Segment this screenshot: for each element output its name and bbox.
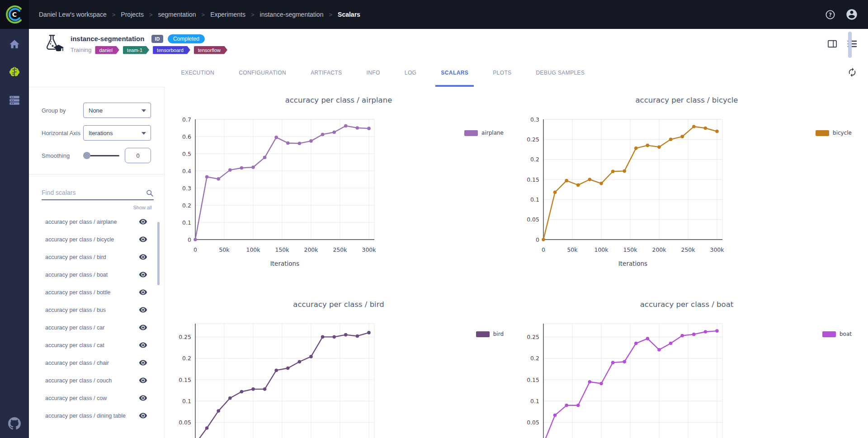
visibility-toggle[interactable] <box>139 235 147 244</box>
visibility-toggle[interactable] <box>139 411 147 420</box>
show-all-link[interactable]: Show all <box>29 205 164 210</box>
svg-text:0.05: 0.05 <box>527 419 539 426</box>
scalar-list-item[interactable]: accuracy per class / cow <box>29 389 164 407</box>
svg-text:300k: 300k <box>710 246 724 253</box>
chart-title: accuracy per class / bird <box>165 300 513 310</box>
chart-airplane[interactable]: 00.10.20.30.40.50.60.7050k100k150k200k25… <box>173 116 385 272</box>
eye-icon <box>139 253 147 261</box>
tab-debug-samples[interactable]: DEBUG SAMPLES <box>531 58 590 87</box>
tab-plots[interactable]: PLOTS <box>487 58 517 87</box>
scalar-list-item[interactable]: accuracy per class / bird <box>29 248 164 266</box>
breadcrumb-separator: > <box>251 11 255 18</box>
svg-text:100k: 100k <box>594 246 609 253</box>
status-badge: Completed <box>168 34 205 43</box>
smoothing-input[interactable]: 0 <box>125 148 151 163</box>
table-view-icon[interactable] <box>827 39 837 48</box>
breadcrumb-item[interactable]: Projects <box>121 10 144 19</box>
chart-card-airplane: accuracy per class / airplane00.10.20.30… <box>165 87 513 282</box>
svg-text:250k: 250k <box>333 246 347 253</box>
sidebar-item-dashboard[interactable] <box>6 36 23 52</box>
tab-artifacts[interactable]: ARTIFACTS <box>305 58 347 87</box>
svg-text:0.3: 0.3 <box>530 116 539 123</box>
scalar-list-item[interactable]: accuracy per class / boat <box>29 266 164 283</box>
svg-text:0.7: 0.7 <box>182 116 191 123</box>
svg-text:0.25: 0.25 <box>527 334 539 340</box>
legend-swatch <box>816 130 829 136</box>
visibility-toggle[interactable] <box>139 253 147 261</box>
breadcrumb-separator: > <box>202 11 205 18</box>
svg-text:?: ? <box>829 11 832 18</box>
eye-icon <box>139 270 147 279</box>
visibility-toggle[interactable] <box>139 270 147 279</box>
breadcrumb-item[interactable]: segmentation <box>158 10 196 19</box>
topbar-actions: ? <box>825 0 858 29</box>
scalar-list-item[interactable]: accuracy per class / airplane <box>29 213 164 231</box>
panel-scrollbar[interactable] <box>157 222 160 285</box>
tag-tensorboard[interactable]: tensorboard <box>153 46 190 54</box>
legend-boat[interactable]: boat <box>822 331 852 337</box>
visibility-toggle[interactable] <box>139 358 147 367</box>
smoothing-slider[interactable] <box>83 152 119 159</box>
scalar-list-item[interactable]: accuracy per class / bottle <box>29 283 164 301</box>
chart-bird[interactable]: 0.050.10.150.20.25050k100k150k200k250k30… <box>173 320 385 438</box>
help-icon[interactable]: ? <box>825 9 835 20</box>
slider-knob[interactable] <box>83 152 90 159</box>
search-input[interactable] <box>42 186 154 200</box>
id-badge[interactable]: ID <box>151 35 163 43</box>
svg-text:0.5: 0.5 <box>182 151 191 157</box>
refresh-button[interactable] <box>847 67 857 79</box>
scalars-content: Group by None Horizontal Axis Iterations… <box>29 87 868 438</box>
sidebar-item-workers-queues[interactable] <box>6 92 23 108</box>
horizontal-axis-select[interactable]: Iterations <box>83 125 151 141</box>
svg-text:C: C <box>12 11 17 18</box>
visibility-toggle[interactable] <box>139 288 147 297</box>
breadcrumb-item[interactable]: instance-segmentation <box>260 10 324 19</box>
group-by-value: None <box>89 107 103 114</box>
svg-text:0.15: 0.15 <box>179 377 191 383</box>
tab-log[interactable]: LOG <box>399 58 422 87</box>
chart-bicycle[interactable]: 00.050.10.150.20.250.3050k100k150k200k25… <box>521 116 733 272</box>
breadcrumb-item[interactable]: Experiments <box>210 10 245 19</box>
chart-boat[interactable]: 0.050.10.150.20.25050k100k150k200k250k30… <box>521 320 733 438</box>
svg-text:0: 0 <box>536 236 539 243</box>
avatar-icon[interactable] <box>845 8 858 21</box>
svg-text:0.15: 0.15 <box>527 377 539 383</box>
legend-label: airplane <box>481 130 504 136</box>
scalar-list-item[interactable]: accuracy per class / chair <box>29 354 164 372</box>
legend-bicycle[interactable]: bicycle <box>816 130 852 136</box>
charts-scrollbar[interactable] <box>848 32 852 58</box>
clearml-logo[interactable]: C <box>0 0 29 29</box>
scalar-list-item[interactable]: accuracy per class / cat <box>29 336 164 354</box>
scalar-list-item[interactable]: accuracy per class / bus <box>29 301 164 319</box>
visibility-toggle[interactable] <box>139 376 147 385</box>
header-actions <box>827 29 857 58</box>
visibility-toggle[interactable] <box>139 341 147 349</box>
sidebar-item-projects[interactable] <box>6 64 23 80</box>
topbar: C Daniel Lew's workspace>Projects>segmen… <box>0 0 868 29</box>
tab-info[interactable]: INFO <box>361 58 386 87</box>
visibility-toggle[interactable] <box>139 323 147 332</box>
legend-bird[interactable]: bird <box>476 331 504 337</box>
scalar-list-item[interactable]: accuracy per class / dining table <box>29 407 164 424</box>
tag-tensorflow[interactable]: tensorflow <box>194 46 227 54</box>
chart-card-bird: accuracy per class / bird0.050.10.150.20… <box>165 282 513 438</box>
eye-icon <box>139 288 147 297</box>
tab-execution[interactable]: EXECUTION <box>176 58 220 87</box>
scalar-list-item[interactable]: accuracy per class / bicycle <box>29 231 164 248</box>
visibility-toggle[interactable] <box>139 217 147 226</box>
scalar-list-item[interactable]: accuracy per class / car <box>29 319 164 336</box>
github-link[interactable] <box>6 415 23 432</box>
scalar-list-item[interactable]: accuracy per class / couch <box>29 372 164 389</box>
svg-text:0.05: 0.05 <box>179 419 191 426</box>
group-by-label: Group by <box>42 107 83 114</box>
visibility-toggle[interactable] <box>139 394 147 402</box>
group-by-select[interactable]: None <box>83 103 151 118</box>
breadcrumb-item[interactable]: Daniel Lew's workspace <box>39 10 107 19</box>
tab-scalars[interactable]: SCALARS <box>435 58 474 87</box>
legend-airplane[interactable]: airplane <box>464 130 504 136</box>
visibility-toggle[interactable] <box>139 306 147 314</box>
tag-daniel[interactable]: daniel <box>95 46 119 54</box>
tab-configuration[interactable]: CONFIGURATION <box>233 58 292 87</box>
tag-team-1[interactable]: team-1 <box>123 46 149 54</box>
svg-text:0.2: 0.2 <box>182 202 191 209</box>
